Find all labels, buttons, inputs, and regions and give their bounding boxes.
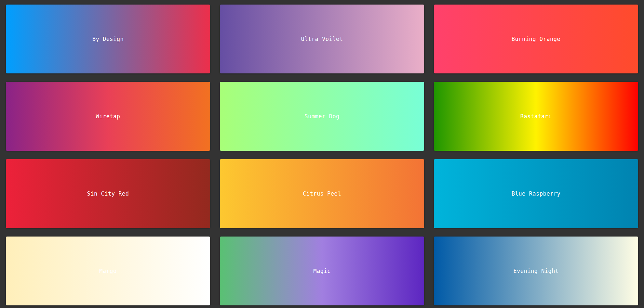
gradient-card-label: Magic <box>313 268 331 274</box>
gradient-card-label: Evening Night <box>513 268 559 274</box>
gradient-card[interactable]: Blue Raspberry <box>434 159 638 228</box>
gradient-card-label: By Design <box>92 36 124 42</box>
gradient-card-label: Wiretap <box>96 113 120 120</box>
gradient-card-label: Citrus Peel <box>303 190 341 197</box>
gradient-card-label: Summer Dog <box>304 113 339 120</box>
gradient-card-label: Rastafari <box>520 113 552 120</box>
gradient-card[interactable]: Summer Dog <box>220 82 424 151</box>
gradient-card-label: Margo <box>99 268 117 274</box>
gradient-card[interactable]: Citrus Peel <box>220 159 424 228</box>
gradient-card[interactable]: Burning Orange <box>434 5 638 73</box>
gradient-card[interactable]: Ultra Voilet <box>220 5 424 73</box>
gradient-card-label: Ultra Voilet <box>301 36 343 42</box>
gradient-card[interactable]: By Design <box>6 5 210 73</box>
gradient-card-label: Burning Orange <box>512 36 560 42</box>
gradient-card-label: Blue Raspberry <box>512 190 560 197</box>
gradient-card[interactable]: Margo <box>6 237 210 305</box>
gradient-card-label: Sin City Red <box>87 190 129 197</box>
gradient-card[interactable]: Magic <box>220 237 424 305</box>
gradient-card[interactable]: Evening Night <box>434 237 638 305</box>
gradient-grid: By Design Ultra Voilet Burning Orange Wi… <box>0 0 644 308</box>
gradient-card[interactable]: Rastafari <box>434 82 638 151</box>
gradient-card[interactable]: Sin City Red <box>6 159 210 228</box>
gradient-card[interactable]: Wiretap <box>6 82 210 151</box>
